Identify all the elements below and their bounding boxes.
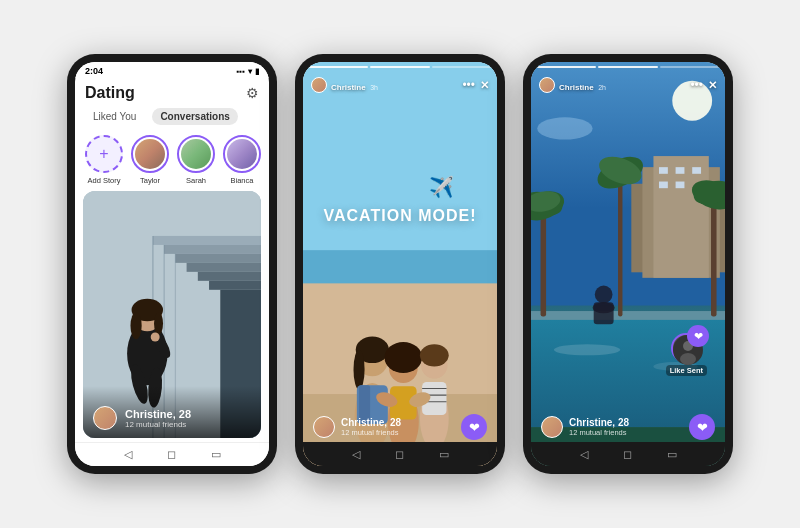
like-button-3[interactable]: ❤ xyxy=(689,414,715,440)
airplane-emoji: ✈️ xyxy=(429,175,454,199)
add-story-circle[interactable]: + xyxy=(85,135,123,173)
story-progress-bars xyxy=(309,66,491,68)
svg-rect-48 xyxy=(653,156,708,278)
svg-point-14 xyxy=(130,312,141,339)
progress-seg-1 xyxy=(309,66,368,68)
signal-icon: ▪▪▪ xyxy=(236,67,245,76)
svg-rect-49 xyxy=(659,167,668,174)
heart-icon-3: ❤ xyxy=(697,420,708,435)
progress-seg-3-3 xyxy=(660,66,719,68)
svg-rect-53 xyxy=(676,182,685,189)
phone-2: Christine 3h ••• ✕ VACATION MODE! ✈️ Chr… xyxy=(295,54,505,474)
recents-nav-icon[interactable]: ▭ xyxy=(211,448,221,461)
svg-rect-63 xyxy=(711,195,717,317)
gear-icon[interactable]: ⚙ xyxy=(246,85,259,101)
svg-rect-6 xyxy=(209,281,261,290)
svg-rect-56 xyxy=(531,311,725,320)
tab-liked-you[interactable]: Liked You xyxy=(85,108,144,125)
like-heart-bubble: ❤ xyxy=(687,325,709,347)
card-mutual: 12 mutual friends xyxy=(125,420,191,429)
story-card-name: Christine, 28 xyxy=(341,417,401,428)
tab-conversations[interactable]: Conversations xyxy=(152,108,237,125)
story-user-text: Christine 3h xyxy=(331,76,378,94)
story-card-avatar xyxy=(313,416,335,438)
wifi-icon: ▾ xyxy=(248,67,252,76)
profile-card[interactable]: Christine, 28 12 mutual friends xyxy=(83,191,261,438)
story-time: 3h xyxy=(370,84,378,91)
like-sent-text: Like Sent xyxy=(666,365,707,376)
home-nav-icon[interactable]: ◻ xyxy=(167,448,176,461)
recents-nav-icon-2[interactable]: ▭ xyxy=(439,448,449,461)
story-bottom-bar: Christine, 28 12 mutual friends ❤ xyxy=(303,414,497,440)
svg-rect-3 xyxy=(175,254,261,263)
back-nav-icon[interactable]: ◁ xyxy=(124,448,132,461)
svg-rect-2 xyxy=(164,245,261,254)
story-card-name-3: Christine, 28 xyxy=(569,417,629,428)
story-more-icon-3[interactable]: ••• xyxy=(690,78,703,92)
pool-background xyxy=(531,62,725,466)
heart-bubble-icon: ❤ xyxy=(694,330,703,343)
heart-icon: ❤ xyxy=(469,420,480,435)
add-story-label: Add Story xyxy=(88,176,121,185)
home-nav-icon-2[interactable]: ◻ xyxy=(395,448,404,461)
story-label-taylor: Taylor xyxy=(140,176,160,185)
story-mini-avatar-3 xyxy=(539,77,555,93)
story-bottom-bar-3: Christine, 28 12 mutual friends ❤ xyxy=(531,414,725,440)
bottom-nav: ◁ ◻ ▭ xyxy=(75,442,269,466)
story-ring-3 xyxy=(223,135,261,173)
svg-rect-50 xyxy=(676,167,685,174)
stories-row: + Add Story Taylor Sarah xyxy=(75,131,269,191)
status-bar: 2:04 ▪▪▪ ▾ ▮ xyxy=(75,62,269,78)
back-nav-icon-3[interactable]: ◁ xyxy=(580,448,588,461)
story-sarah[interactable]: Sarah xyxy=(177,135,215,185)
bottom-nav-2: ◁ ◻ ▭ xyxy=(303,442,497,466)
svg-point-19 xyxy=(151,332,160,341)
svg-point-32 xyxy=(385,342,423,373)
story-card-mutual: 12 mutual friends xyxy=(341,428,401,437)
story-taylor[interactable]: Taylor xyxy=(131,135,169,185)
svg-rect-66 xyxy=(618,173,622,317)
phone-1: 2:04 ▪▪▪ ▾ ▮ Dating ⚙ Liked You Conversa… xyxy=(67,54,277,474)
home-nav-icon-3[interactable]: ◻ xyxy=(623,448,632,461)
story-avatar-2 xyxy=(181,139,211,169)
story-controls: ••• ✕ xyxy=(462,78,489,92)
story-ring-2 xyxy=(177,135,215,173)
story-close-icon[interactable]: ✕ xyxy=(480,79,489,92)
card-info-bar: Christine, 28 12 mutual friends xyxy=(83,386,261,438)
svg-rect-52 xyxy=(659,182,668,189)
pool-svg xyxy=(531,62,725,466)
svg-point-27 xyxy=(354,350,365,390)
svg-point-74 xyxy=(680,353,696,365)
svg-rect-71 xyxy=(594,302,614,324)
recents-nav-icon-3[interactable]: ▭ xyxy=(667,448,677,461)
story-add[interactable]: + Add Story xyxy=(85,135,123,185)
story-close-icon-3[interactable]: ✕ xyxy=(708,79,717,92)
story-top-bar-3: Christine 2h ••• ✕ xyxy=(531,70,725,98)
story-bianca[interactable]: Bianca xyxy=(223,135,261,185)
svg-rect-5 xyxy=(198,272,261,281)
story-card-text: Christine, 28 12 mutual friends xyxy=(341,417,401,437)
back-nav-icon-2[interactable]: ◁ xyxy=(352,448,360,461)
phone-3: Christine 2h ••• ✕ xyxy=(523,54,733,474)
story-user-info-3: Christine 2h xyxy=(539,76,606,94)
beach-story-screen: Christine 3h ••• ✕ VACATION MODE! ✈️ Chr… xyxy=(303,62,497,466)
story-user-text-3: Christine 2h xyxy=(559,76,606,94)
svg-point-57 xyxy=(554,344,620,355)
pool-story-screen: Christine 2h ••• ✕ xyxy=(531,62,725,466)
story-avatar-1 xyxy=(135,139,165,169)
svg-rect-1 xyxy=(153,236,261,245)
svg-point-15 xyxy=(154,312,163,334)
bottom-nav-3: ◁ ◻ ▭ xyxy=(531,442,725,466)
dating-header: Dating ⚙ xyxy=(75,78,269,106)
story-more-icon[interactable]: ••• xyxy=(462,78,475,92)
beach-svg xyxy=(303,62,497,466)
tab-row: Liked You Conversations xyxy=(75,106,269,131)
svg-point-45 xyxy=(537,117,592,139)
story-text-overlay: VACATION MODE! xyxy=(324,207,477,225)
svg-point-36 xyxy=(420,344,449,366)
like-button[interactable]: ❤ xyxy=(461,414,487,440)
battery-icon: ▮ xyxy=(255,67,259,76)
story-label-bianca: Bianca xyxy=(231,176,254,185)
story-username: Christine xyxy=(331,83,366,92)
progress-seg-3 xyxy=(432,66,491,68)
